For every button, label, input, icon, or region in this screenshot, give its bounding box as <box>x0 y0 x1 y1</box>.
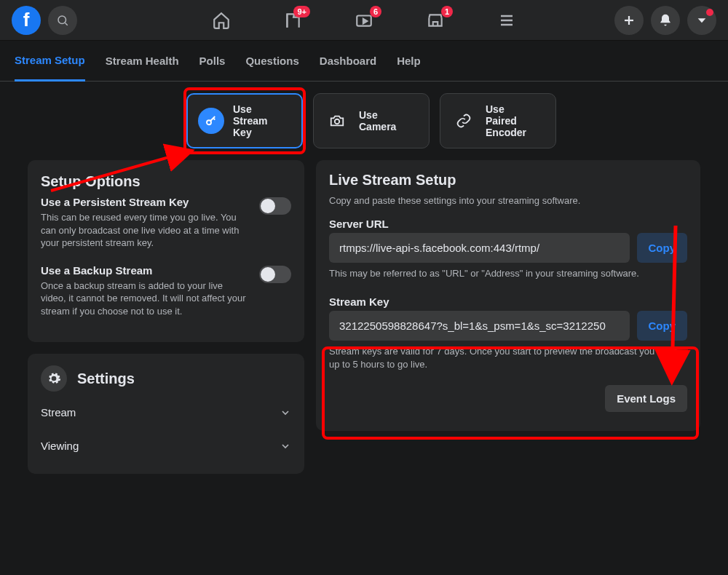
persistent-key-toggle[interactable] <box>259 197 291 215</box>
account-badge-dot <box>706 9 713 16</box>
stream-key-field[interactable]: 3212250598828647?s_bl=1&s_psm=1&s_sc=321… <box>329 311 630 341</box>
copy-stream-key-button[interactable]: Copy <box>637 311 688 341</box>
svg-marker-10 <box>698 18 706 23</box>
bell-icon <box>658 13 673 28</box>
settings-row-stream[interactable]: Stream <box>41 396 291 429</box>
panels: Setup Options Use a Persistent Stream Ke… <box>0 160 728 474</box>
method-label-line: Use <box>233 103 267 115</box>
setup-options-heading: Setup Options <box>41 173 291 190</box>
marketplace-icon[interactable]: 1 <box>425 10 446 31</box>
notifications-button[interactable] <box>651 6 680 35</box>
camera-icon <box>324 108 350 134</box>
event-logs-button[interactable]: Event Logs <box>605 385 687 412</box>
svg-point-11 <box>207 120 211 124</box>
server-url-field[interactable]: rtmps://live-api-s.facebook.com:443/rtmp… <box>329 233 630 263</box>
method-label-line: Use <box>486 103 526 115</box>
subnav: Stream Setup Stream Health Polls Questio… <box>0 41 728 82</box>
method-label-line: Key <box>233 127 267 138</box>
caret-down-icon <box>696 15 708 26</box>
pages-badge: 9+ <box>293 6 310 17</box>
server-url-hint: This may be referred to as "URL" or "Add… <box>329 267 687 280</box>
hamburger-icon[interactable] <box>496 10 517 31</box>
method-paired-encoder[interactable]: Use Paired Encoder <box>440 93 556 148</box>
topbar: f 9+ 6 1 <box>0 0 728 41</box>
method-stream-key[interactable]: Use Stream Key <box>186 93 303 148</box>
link-icon <box>451 108 477 134</box>
live-stream-setup-card: Live Stream Setup Copy and paste these s… <box>316 160 700 431</box>
tab-help[interactable]: Help <box>397 41 421 80</box>
tab-polls[interactable]: Polls <box>199 41 226 80</box>
settings-row-label: Viewing <box>41 440 79 452</box>
persistent-key-title: Use a Persistent Stream Key <box>41 196 249 208</box>
home-icon[interactable] <box>211 10 232 31</box>
settings-row-viewing[interactable]: Viewing <box>41 429 291 462</box>
tab-stream-health[interactable]: Stream Health <box>106 41 179 80</box>
chevron-down-icon <box>280 440 291 452</box>
settings-heading: Settings <box>77 370 135 387</box>
watch-badge: 6 <box>370 6 381 17</box>
server-url-block: Server URL rtmps://live-api-s.facebook.c… <box>329 218 687 280</box>
stream-key-hint: Stream keys are valid for 7 days. Once y… <box>329 345 687 370</box>
persistent-key-desc: This can be reused every time you go liv… <box>41 211 249 250</box>
persistent-key-option: Use a Persistent Stream Key This can be … <box>41 196 291 260</box>
live-stream-subheading: Copy and paste these settings into your … <box>329 194 687 207</box>
backup-stream-title: Use a Backup Stream <box>41 264 249 277</box>
create-button[interactable] <box>614 6 644 35</box>
chevron-down-icon <box>280 407 291 419</box>
svg-point-12 <box>335 119 339 124</box>
stream-key-block: Stream Key 3212250598828647?s_bl=1&s_psm… <box>329 296 687 370</box>
settings-card: Settings Stream Viewing <box>28 354 304 474</box>
backup-stream-desc: Once a backup stream is added to your li… <box>41 279 249 318</box>
settings-row-label: Stream <box>41 406 76 419</box>
pages-icon[interactable]: 9+ <box>282 10 303 31</box>
setup-options-card: Setup Options Use a Persistent Stream Ke… <box>28 160 304 342</box>
server-url-label: Server URL <box>329 218 687 230</box>
market-badge: 1 <box>441 6 453 17</box>
plus-icon <box>622 14 636 27</box>
tab-stream-setup[interactable]: Stream Setup <box>15 41 85 82</box>
stream-method-picker: Use Stream Key Use Camera Use Paired Enc… <box>0 82 728 160</box>
backup-stream-toggle[interactable] <box>259 266 291 283</box>
backup-stream-option: Use a Backup Stream Once a backup stream… <box>41 264 291 328</box>
watch-icon[interactable]: 6 <box>354 10 374 31</box>
key-icon <box>198 108 224 134</box>
method-label-line: Paired <box>486 115 526 127</box>
method-label-line: Stream <box>233 115 267 127</box>
method-label-line: Use <box>359 109 396 121</box>
method-label-line: Camera <box>359 121 396 132</box>
method-camera[interactable]: Use Camera <box>313 93 430 148</box>
live-stream-heading: Live Stream Setup <box>329 172 687 189</box>
left-column: Setup Options Use a Persistent Stream Ke… <box>28 160 304 474</box>
gear-icon <box>41 365 67 392</box>
right-nav <box>614 6 716 35</box>
tab-dashboard[interactable]: Dashboard <box>320 41 376 80</box>
method-label-line: Encoder <box>486 127 526 138</box>
right-column: Live Stream Setup Copy and paste these s… <box>316 160 700 474</box>
tab-questions[interactable]: Questions <box>245 41 298 80</box>
account-button[interactable] <box>687 6 716 35</box>
svg-marker-4 <box>363 18 367 23</box>
stream-key-label: Stream Key <box>329 296 687 308</box>
copy-server-url-button[interactable]: Copy <box>637 233 688 263</box>
